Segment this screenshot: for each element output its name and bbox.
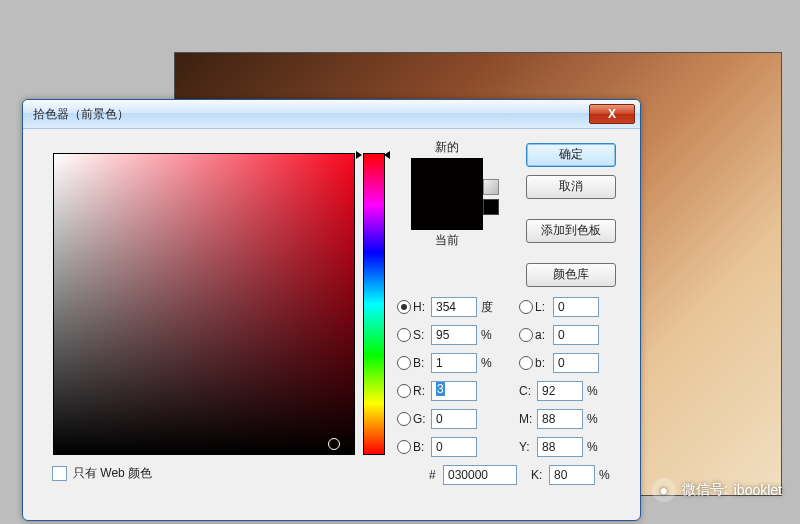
titlebar[interactable]: 拾色器（前景色） X	[23, 100, 640, 129]
label-c: C:	[519, 384, 537, 398]
web-only-checkbox[interactable]	[52, 466, 67, 481]
watermark: ● 微信号: ibooklet	[652, 478, 782, 502]
watermark-value: ibooklet	[734, 482, 782, 498]
input-hex[interactable]	[443, 465, 517, 485]
add-to-swatches-button[interactable]: 添加到色板	[526, 219, 616, 243]
current-color-label: 当前	[397, 232, 497, 249]
value-grid: H: 度 L: S: % a:	[397, 293, 622, 489]
color-field[interactable]	[53, 153, 355, 455]
input-g[interactable]	[431, 409, 477, 429]
color-field-marker	[328, 438, 340, 450]
radio-a[interactable]	[519, 328, 533, 342]
close-button[interactable]: X	[589, 104, 635, 124]
gamut-warning-icon[interactable]	[483, 179, 499, 195]
radio-lab-b[interactable]	[519, 356, 533, 370]
web-only-label: 只有 Web 颜色	[73, 465, 152, 482]
label-y: Y:	[519, 440, 537, 454]
input-r[interactable]: 3	[431, 381, 477, 401]
unit-hsb-b: %	[481, 356, 499, 370]
radio-s[interactable]	[397, 328, 411, 342]
dialog-title: 拾色器（前景色）	[33, 106, 129, 123]
label-hsb-b: B:	[413, 356, 431, 370]
input-lab-b[interactable]	[553, 353, 599, 373]
ok-button[interactable]: 确定	[526, 143, 616, 167]
input-s[interactable]	[431, 325, 477, 345]
watermark-label: 微信号:	[682, 481, 728, 499]
new-color-label: 新的	[397, 139, 497, 156]
radio-l[interactable]	[519, 300, 533, 314]
label-rgb-b: B:	[413, 440, 431, 454]
input-k[interactable]	[549, 465, 595, 485]
input-a[interactable]	[553, 325, 599, 345]
input-h[interactable]	[431, 297, 477, 317]
radio-h[interactable]	[397, 300, 411, 314]
close-icon: X	[608, 107, 616, 121]
unit-h: 度	[481, 299, 499, 316]
label-k: K:	[531, 468, 549, 482]
hue-slider[interactable]	[363, 153, 385, 455]
cancel-button[interactable]: 取消	[526, 175, 616, 199]
label-h: H:	[413, 300, 431, 314]
input-m[interactable]	[537, 409, 583, 429]
radio-hsb-b[interactable]	[397, 356, 411, 370]
gamut-swatch[interactable]	[483, 199, 499, 215]
label-g: G:	[413, 412, 431, 426]
input-c[interactable]	[537, 381, 583, 401]
radio-rgb-b[interactable]	[397, 440, 411, 454]
input-hsb-b[interactable]	[431, 353, 477, 373]
label-m: M:	[519, 412, 537, 426]
label-a: a:	[535, 328, 553, 342]
color-picker-dialog: 拾色器（前景色） X 新的 当前 确定 取消 添加到色板	[22, 99, 641, 521]
label-l: L:	[535, 300, 553, 314]
wechat-icon: ●	[652, 478, 676, 502]
color-libraries-button[interactable]: 颜色库	[526, 263, 616, 287]
hex-prefix: #	[429, 468, 443, 482]
input-y[interactable]	[537, 437, 583, 457]
new-current-swatch	[411, 158, 483, 230]
input-rgb-b[interactable]	[431, 437, 477, 457]
label-s: S:	[413, 328, 431, 342]
label-r: R:	[413, 384, 431, 398]
radio-g[interactable]	[397, 412, 411, 426]
label-lab-b: b:	[535, 356, 553, 370]
radio-r[interactable]	[397, 384, 411, 398]
unit-s: %	[481, 328, 499, 342]
input-l[interactable]	[553, 297, 599, 317]
